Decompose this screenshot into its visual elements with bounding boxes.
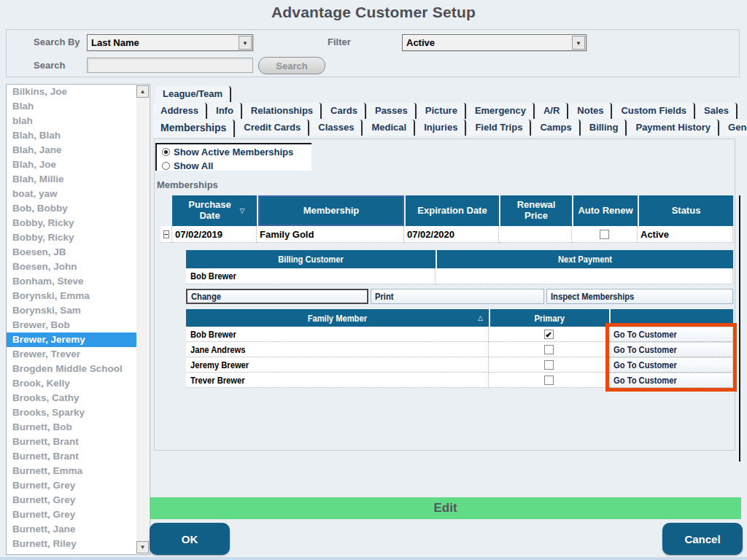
list-item[interactable]: Brook, Kelly [7, 376, 136, 391]
list-item[interactable]: Burnett, Jane [7, 522, 136, 537]
list-item[interactable]: Bob, Bobby [7, 201, 136, 216]
tab[interactable]: Billing [582, 120, 627, 136]
column-header-renewal-price[interactable]: Renewal Price [499, 195, 572, 226]
list-item[interactable]: Boesen, John [7, 260, 136, 274]
go-to-customer-button[interactable]: Go To Customer [609, 342, 733, 357]
column-header-family-member[interactable]: Family Member △ [186, 309, 489, 327]
primary-cell [489, 357, 609, 373]
list-item[interactable]: Bobby, Ricky [7, 230, 136, 245]
list-item[interactable]: Blah, Blah [7, 128, 136, 143]
tab[interactable]: Picture [418, 103, 466, 119]
go-to-customer-button[interactable]: Go To Customer [609, 327, 733, 342]
ok-button[interactable]: OK [150, 523, 230, 555]
list-item[interactable]: Burnett, Brant [7, 435, 136, 449]
tab[interactable]: Sales [697, 103, 738, 119]
list-item[interactable]: boat, yaw [7, 187, 136, 201]
membership-actions: Change Print Inspect Memberships [186, 289, 733, 304]
show-all-option[interactable]: Show All [157, 160, 311, 172]
tab[interactable]: Classes [311, 120, 363, 136]
column-header-membership[interactable]: Membership [257, 195, 404, 226]
goto-cell: Go To Customer [609, 342, 733, 357]
tab[interactable]: Injuries [417, 120, 466, 136]
list-item[interactable]: Blah, Millie [7, 172, 136, 187]
list-item[interactable]: Boesen, JB [7, 245, 136, 260]
tab[interactable]: Credit Cards [236, 120, 309, 136]
show-active-memberships-label: Show Active Memberships [174, 147, 293, 158]
tab[interactable]: Camps [533, 120, 580, 136]
show-active-memberships-option[interactable]: Show Active Memberships [157, 146, 311, 158]
go-to-customer-button[interactable]: Go To Customer [609, 357, 733, 373]
tab[interactable]: General [721, 120, 747, 136]
list-item[interactable]: Borynski, Emma [7, 289, 136, 303]
memberships-section-label: Memberships [157, 179, 218, 190]
change-button[interactable]: Change [186, 289, 368, 304]
radio-unselected-icon[interactable] [162, 162, 170, 170]
list-item[interactable]: Brewer, Bob [7, 318, 136, 332]
chevron-down-icon[interactable]: ▼ [572, 36, 585, 50]
family-member-name-cell: Trever Brewer [186, 373, 489, 388]
tab[interactable]: Memberships [153, 120, 235, 137]
search-button[interactable]: Search [258, 57, 325, 74]
tab[interactable]: A/R [536, 103, 568, 119]
primary-checkbox[interactable] [544, 345, 554, 354]
customer-list-scrollbar[interactable]: ▲ ▼ [136, 85, 149, 553]
list-item[interactable]: Burnett, Grey [7, 508, 136, 522]
column-header-purchase-date[interactable]: Purchase Date ▽ [172, 195, 257, 226]
search-by-dropdown[interactable]: Last Name ▼ [87, 34, 253, 51]
column-header-auto-renew[interactable]: Auto Renew [572, 195, 638, 226]
go-to-customer-button[interactable]: Go To Customer [609, 373, 733, 388]
column-header-next-payment[interactable]: Next Payment [436, 250, 733, 268]
list-item[interactable]: Bonham, Steve [7, 274, 136, 289]
auto-renew-checkbox[interactable] [600, 230, 609, 239]
list-item[interactable]: Blah, Jane [7, 143, 136, 158]
scroll-down-icon[interactable]: ▼ [136, 541, 149, 553]
list-item[interactable]: blah [7, 114, 136, 128]
scroll-up-icon[interactable]: ▲ [136, 85, 149, 98]
column-header-primary[interactable]: Primary [489, 309, 609, 327]
tab[interactable]: Custom Fields [614, 103, 695, 119]
list-item[interactable]: Burnett, Riley [7, 537, 136, 551]
list-item[interactable]: Burnett, Emma [7, 464, 136, 478]
tab[interactable]: Emergency [468, 103, 535, 119]
cancel-button[interactable]: Cancel [662, 523, 743, 555]
list-item[interactable]: Bobby, Ricky [7, 216, 136, 230]
list-item[interactable]: Burnett, Grey [7, 478, 136, 493]
search-input[interactable] [87, 58, 253, 73]
primary-checkbox[interactable] [544, 360, 554, 370]
list-item[interactable]: Burnett, Bob [7, 420, 136, 435]
tab[interactable]: Passes [368, 103, 417, 119]
list-item[interactable]: Burnett, Brant [7, 449, 136, 464]
column-header-billing-customer[interactable]: Billing Customer [186, 250, 436, 268]
inspect-memberships-button[interactable]: Inspect Memberships [546, 289, 733, 304]
tab[interactable]: Info [209, 103, 242, 119]
list-item[interactable]: Brogden Middle School [7, 362, 136, 376]
list-item[interactable]: Bilkins, Joe [7, 85, 136, 99]
list-item[interactable]: Brewer, Trever [7, 347, 136, 362]
print-button[interactable]: Print [371, 289, 544, 304]
expand-cell[interactable]: − [160, 226, 172, 243]
tab[interactable]: Field Trips [468, 120, 531, 136]
list-item[interactable]: Blah, Joe [7, 158, 136, 172]
primary-checkbox[interactable] [544, 330, 554, 339]
tab[interactable]: Cards [323, 103, 366, 119]
tab[interactable]: League/Team [155, 86, 231, 102]
tab[interactable]: Address [153, 103, 207, 119]
list-item[interactable]: Burnett, Grey [7, 493, 136, 508]
list-item[interactable]: Brewer, Jeremy [7, 332, 136, 347]
search-panel: Search By Last Name ▼ Filter Active ▼ Se… [6, 29, 740, 77]
primary-checkbox[interactable] [544, 376, 554, 385]
tab[interactable]: Notes [570, 103, 612, 119]
radio-selected-icon[interactable] [162, 148, 170, 156]
list-item[interactable]: Brooks, Cathy [7, 391, 136, 405]
list-item[interactable]: Borynski, Sam [7, 303, 136, 318]
list-item[interactable]: Blah [7, 99, 136, 114]
tab[interactable]: Payment History [628, 120, 719, 136]
list-item[interactable]: Brooks, Sparky [7, 405, 136, 420]
column-header-expiration-date[interactable]: Expiration Date [404, 195, 499, 226]
column-header-status[interactable]: Status [638, 195, 733, 226]
chevron-down-icon[interactable]: ▼ [239, 36, 252, 50]
filter-dropdown[interactable]: Active ▼ [402, 34, 587, 51]
tab[interactable]: Medical [364, 120, 415, 136]
collapse-icon[interactable]: − [163, 230, 169, 238]
tab[interactable]: Relationships [244, 103, 322, 119]
